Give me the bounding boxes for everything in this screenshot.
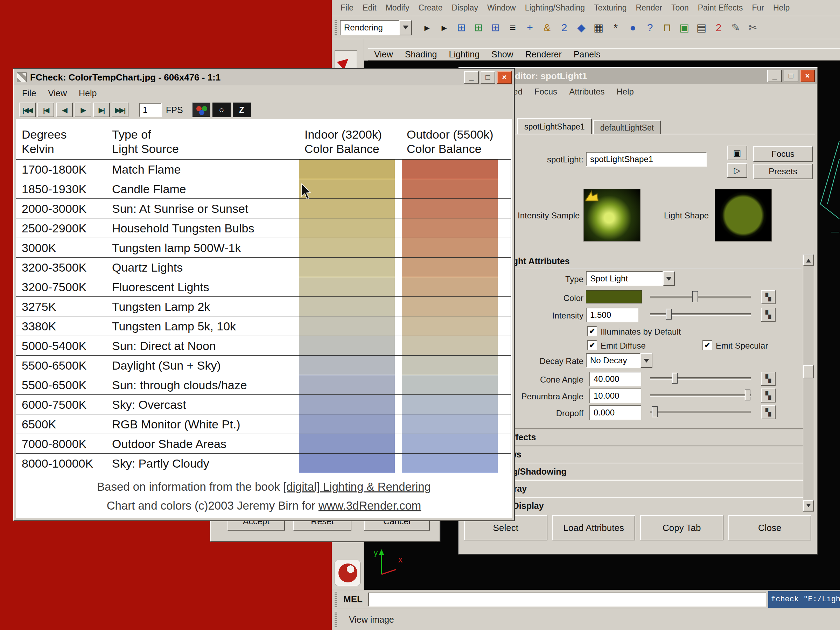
intensity-field[interactable]: 1.500 — [586, 308, 638, 322]
toolbar-icon[interactable]: ▣ — [676, 20, 692, 36]
toolbar-icon[interactable]: ▸ — [436, 20, 452, 36]
cone-angle-slider[interactable] — [650, 372, 751, 385]
menu-item[interactable]: Create — [414, 3, 447, 13]
chevron-down-icon[interactable] — [641, 353, 652, 368]
mel-input[interactable] — [368, 592, 766, 606]
toolbar-icon[interactable]: ⊓ — [659, 20, 675, 36]
menu-item[interactable]: File — [16, 88, 42, 98]
menu-item[interactable]: Fur — [747, 3, 769, 13]
dropoff-field[interactable]: 0.000 — [589, 405, 641, 420]
color-slider[interactable] — [650, 291, 751, 303]
illuminates-checkbox[interactable]: ✔ — [587, 326, 597, 336]
dropoff-map-icon[interactable]: ▚ — [761, 405, 775, 419]
close-icon[interactable]: × — [800, 69, 815, 82]
menu-item[interactable]: Help — [617, 87, 634, 96]
toolbar-icon[interactable]: ⊞ — [488, 20, 504, 36]
maximize-icon[interactable]: □ — [480, 71, 495, 84]
emit-diffuse-checkbox[interactable]: ✔ — [587, 340, 597, 350]
penumbra-angle-map-icon[interactable]: ▚ — [761, 388, 775, 403]
menu-item[interactable]: Lighting/Shading — [521, 3, 589, 13]
book-link[interactable]: [digital] Lighting & Rendering — [283, 480, 431, 493]
menu-set-selector[interactable]: Rendering — [340, 20, 412, 35]
transport-icon[interactable]: |◀◀ — [19, 103, 36, 117]
decay-rate-dropdown[interactable]: No Decay — [586, 353, 652, 368]
penumbra-angle-slider[interactable] — [650, 389, 751, 401]
toolbar-icon[interactable]: ⊞ — [471, 20, 486, 36]
toolbar-icon[interactable]: & — [539, 20, 555, 36]
transport-icon[interactable]: ▶| — [93, 103, 110, 117]
toolbar-icon[interactable]: ▦ — [591, 20, 606, 36]
toolbar-icon[interactable]: ✂ — [745, 20, 761, 36]
scrollbar-thumb[interactable] — [803, 365, 814, 378]
panel-menu-item[interactable]: Lighting — [443, 49, 486, 60]
website-link[interactable]: www.3dRender.com — [319, 499, 421, 512]
chevron-down-icon[interactable] — [399, 20, 412, 35]
fps-field[interactable]: 1 — [139, 103, 162, 117]
menu-item[interactable]: Paint Effects — [693, 3, 748, 13]
menu-item[interactable]: Edit — [358, 3, 381, 13]
menu-item[interactable]: Display — [447, 3, 483, 13]
tab-spotlightshape[interactable]: spotLightShape1 — [517, 118, 592, 134]
node-name-field[interactable]: spotLightShape1 — [586, 152, 707, 167]
scroll-down-icon[interactable] — [803, 500, 814, 512]
help-line-grip[interactable] — [335, 612, 337, 627]
mel-bar-grip[interactable] — [335, 592, 337, 607]
toolbar-icon[interactable]: 2 — [556, 20, 572, 36]
toolbar-icon[interactable]: ● — [625, 20, 641, 36]
panel-menu-item[interactable]: Show — [485, 49, 519, 60]
emit-specular-checkbox[interactable]: ✔ — [703, 340, 712, 350]
toolbar-icon[interactable]: * — [608, 20, 624, 36]
menu-item[interactable]: Render — [631, 3, 666, 13]
transport-icon[interactable]: ▶▶| — [112, 103, 128, 117]
menu-item[interactable]: File — [336, 3, 358, 13]
panel-menu-item[interactable]: Shading — [399, 49, 443, 60]
toolbar-icon[interactable]: + — [522, 20, 538, 36]
z-depth-icon[interactable]: Z — [233, 103, 251, 117]
toolbar-icon[interactable]: ? — [642, 20, 658, 36]
tab-defaultlightset[interactable]: defaultLightSet — [593, 120, 661, 134]
transport-icon[interactable]: ◀ — [56, 103, 73, 117]
light-color-swatch[interactable] — [586, 290, 642, 303]
penumbra-angle-field[interactable]: 10.000 — [589, 388, 641, 403]
editor-button[interactable]: Close — [728, 515, 812, 540]
scroll-up-icon[interactable] — [803, 254, 814, 266]
panel-menu-item[interactable]: Renderer — [519, 49, 568, 60]
transport-icon[interactable]: |◀ — [38, 103, 54, 117]
maximize-icon[interactable]: □ — [784, 69, 798, 82]
alpha-channel-icon[interactable]: ○ — [212, 103, 231, 117]
close-icon[interactable]: × — [497, 71, 512, 84]
toolbar-icon[interactable]: 2 — [711, 20, 726, 36]
load-attributes-icon[interactable]: ▣ — [727, 145, 747, 160]
editor-button[interactable]: Load Attributes — [552, 515, 636, 540]
toolbar-grip[interactable] — [335, 20, 337, 35]
minimize-icon[interactable]: _ — [767, 69, 782, 82]
transport-icon[interactable]: ▶ — [74, 103, 92, 117]
rgb-channels-icon[interactable] — [192, 103, 210, 117]
menu-item[interactable]: Window — [483, 3, 521, 13]
menu-item[interactable]: View — [42, 88, 73, 98]
panel-menu-item[interactable]: Panels — [568, 49, 606, 60]
intensity-slider[interactable] — [650, 308, 751, 321]
menu-item[interactable]: Help — [73, 88, 103, 98]
menu-item[interactable]: Help — [769, 3, 794, 13]
minimize-icon[interactable]: _ — [464, 71, 479, 84]
menu-item[interactable]: Focus — [534, 87, 557, 96]
color-map-icon[interactable]: ▚ — [761, 290, 775, 304]
menu-item[interactable]: Modify — [381, 3, 414, 13]
toolbar-icon[interactable]: ⊞ — [453, 20, 469, 36]
mel-result-field[interactable]: fcheck "E:/Lights — [768, 591, 840, 608]
toolbar-icon[interactable]: ▸ — [419, 20, 435, 36]
cone-angle-map-icon[interactable]: ▚ — [761, 372, 775, 386]
panel-menu-item[interactable]: View — [368, 49, 399, 60]
chevron-down-icon[interactable] — [663, 271, 675, 286]
intensity-map-icon[interactable]: ▚ — [761, 308, 775, 322]
attribute-scrollbar[interactable] — [803, 254, 814, 512]
light-type-dropdown[interactable]: Spot Light — [586, 271, 675, 286]
editor-button[interactable]: Copy Tab — [640, 515, 723, 540]
menu-item[interactable]: Texturing — [589, 3, 631, 13]
presets-button[interactable]: Presets — [753, 164, 813, 179]
dropoff-slider[interactable] — [650, 406, 751, 418]
toolbar-icon[interactable]: ≡ — [505, 20, 521, 36]
toolbar-icon[interactable]: ▤ — [693, 20, 709, 36]
toolbar-icon[interactable]: ◆ — [573, 20, 589, 36]
